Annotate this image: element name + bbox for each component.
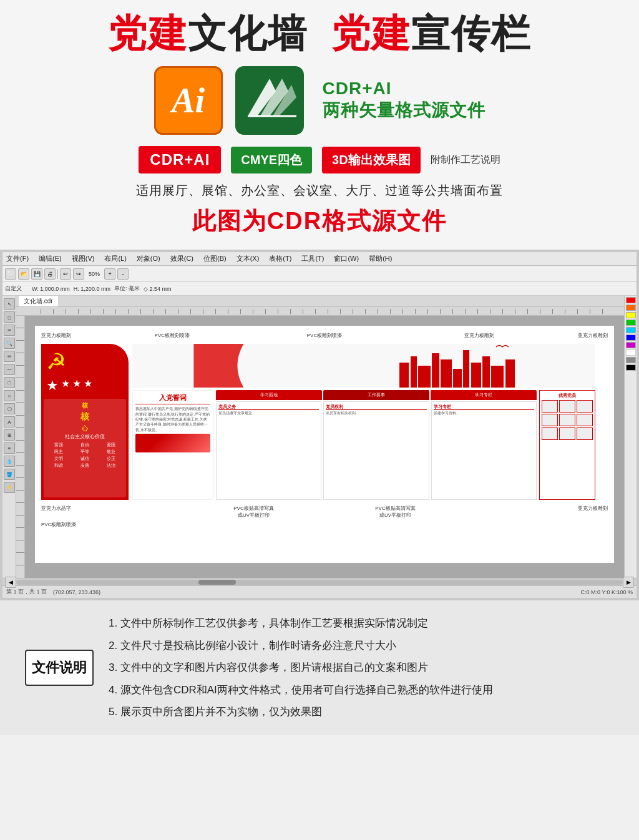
tool-polygon[interactable]: ⬡ (4, 403, 15, 414)
tool-text[interactable]: A (4, 416, 15, 427)
badges-row: CDR+AI CMYE四色 3D输出效果图 附制作工艺说明 (37, 146, 602, 173)
tool-zoom-out[interactable]: - (117, 268, 129, 280)
editor-toolbar1: ⬜ 📂 💾 🖨 ↩ ↪ 50% + - (2, 266, 637, 282)
canvas-with-ruler: 亚克力板雕刻 PVC板雕刻喷漆 PVC板雕刻喷漆 亚克力板雕刻 (16, 316, 624, 578)
mini-tabs: 学习园地 工作要事 学习专栏 (216, 390, 537, 400)
tool-table[interactable]: ⊞ (4, 429, 15, 441)
tool-crop[interactable]: ✂ (4, 325, 15, 336)
menu-edit[interactable]: 编辑(E) (39, 254, 62, 263)
menu-effects[interactable]: 效果(C) (170, 254, 193, 263)
photo-grid-title: 优秀党员 (542, 393, 593, 399)
menu-bitmap[interactable]: 位图(B) (203, 254, 227, 263)
tool-fill[interactable]: 🪣 (4, 469, 15, 480)
tool-zoom-in[interactable]: + (104, 268, 115, 280)
file-desc-label: 文件说明 (25, 650, 94, 686)
scroll-thumb[interactable] (198, 580, 236, 585)
design-labels-top: 亚克力板雕刻 PVC板雕刻喷漆 PVC板雕刻喷漆 亚克力板雕刻 (41, 332, 608, 339)
bottom-label-2: PVC板贴高清写真或UV平板打印 (183, 505, 324, 519)
tool-print[interactable]: 🖨 (44, 268, 56, 280)
top-section: 党建文化墙 党建宣传栏 Ai CDR+AI 两种矢量格式源文件 CDR+AI C… (0, 0, 639, 250)
tool-ellipse[interactable]: ○ (4, 390, 15, 401)
swatch-yellow[interactable] (626, 312, 636, 318)
scroll-left[interactable]: ◀ (5, 577, 16, 588)
editor-left-tools: ↖ ◻ ✂ 🔍 ✏ 〰 □ ○ ⬡ A ⊞ ≡ 💧 🪣 ⚡ (2, 296, 16, 578)
tab-study[interactable]: 学习园地 (216, 390, 322, 400)
tool-interactive[interactable]: ⚡ (4, 482, 15, 493)
desc-item-1: 1. 文件中所标制作工艺仅供参考，具体制作工艺要根据实际情况制定 (109, 615, 614, 632)
swatch-gray[interactable] (626, 357, 636, 363)
menu-view[interactable]: 视图(V) (72, 254, 95, 263)
ai-icon-label: Ai (172, 81, 205, 120)
scrollbar-horizontal[interactable]: ◀ ▶ (2, 578, 637, 585)
swatch-white[interactable] (626, 349, 636, 356)
tool-redo[interactable]: ↪ (73, 268, 84, 280)
canvas-tab-active[interactable]: 文化墙.cdr (19, 296, 58, 306)
format-line2: 两种矢量格式源文件 (323, 99, 485, 122)
tab-name: 文化墙.cdr (24, 297, 53, 306)
badge-3d: 3D输出效果图 (322, 147, 421, 173)
bottom-label-3: PVC板贴高清写真或UV平板打印 (324, 505, 466, 519)
tool-shape[interactable]: ◻ (4, 311, 15, 323)
design-left-panel: ☭ ★ ★ ★ ★ 核 核心 (41, 344, 129, 500)
tool-new[interactable]: ⬜ (5, 268, 16, 280)
svg-rect-10 (453, 369, 462, 388)
editor-right-panel (624, 296, 637, 578)
star3: ★ (72, 378, 81, 394)
tool-rect[interactable]: □ (4, 377, 15, 388)
unit-label: 单位: 毫米 (114, 285, 140, 293)
desc-item-4: 4. 源文件包含CDR和AI两种文件格式，使用者可自行选择自己熟悉的软件进行使用 (109, 682, 614, 698)
hammer-sickle: ☭ (41, 344, 129, 375)
canvas-workspace[interactable]: 亚克力板雕刻 PVC板雕刻喷漆 PVC板雕刻喷漆 亚克力板雕刻 (25, 316, 624, 578)
photo-grid-card: 优秀党员 (539, 390, 595, 500)
tool-freehand[interactable]: ✏ (4, 351, 15, 362)
swatch-blue[interactable] (626, 335, 636, 341)
design-labels-bottom: 亚克力水晶字 PVC板贴高清写真或UV平板打印 PVC板贴高清写真或UV平板打印… (41, 505, 608, 519)
photo-9 (577, 427, 593, 440)
city-svg (334, 344, 589, 388)
menu-object[interactable]: 对象(O) (137, 254, 160, 263)
title-part1: 党建 (108, 12, 188, 55)
value-item-2: 自由 (72, 442, 98, 448)
tool-open[interactable]: 📂 (18, 268, 29, 280)
photo-5 (559, 414, 575, 426)
tool-undo[interactable]: ↩ (60, 268, 71, 280)
swatch-red[interactable] (626, 297, 636, 303)
scroll-track[interactable] (16, 580, 623, 585)
tool-save[interactable]: 💾 (31, 268, 42, 280)
star2: ★ (61, 378, 70, 394)
swatch-black[interactable] (626, 364, 636, 371)
editor-toolbar2: 自定义 W: 1,000.0 mm H: 1,200.0 mm 单位: 毫米 ◇… (2, 282, 637, 296)
label-pvc1: PVC板雕刻喷漆 (155, 332, 268, 339)
swatch-magenta[interactable] (626, 342, 636, 348)
tab-column[interactable]: 学习专栏 (431, 390, 537, 400)
menu-text[interactable]: 文本(X) (237, 254, 260, 263)
menu-tools[interactable]: 工具(T) (301, 254, 324, 263)
label-pvc2: PVC板雕刻喷漆 (268, 332, 381, 339)
menu-window[interactable]: 窗口(W) (334, 254, 359, 263)
values-box: 核 核心 社会主义核心价值 富强 自由 爱国 民主 平等 (44, 399, 126, 497)
cdr-notice: 此图为CDR格式源文件 (37, 205, 602, 237)
badge-cdr-ai: CDR+AI (139, 146, 221, 173)
tab-work[interactable]: 工作要事 (323, 390, 429, 400)
card3-title: 学习专栏 (434, 404, 534, 410)
desc-item-3: 3. 文件中的文字和图片内容仅供参考，图片请根据自己的文案和图片 (109, 660, 614, 676)
menu-file[interactable]: 文件(F) (6, 254, 29, 263)
card2-text: 党员享有相关权利... (326, 411, 426, 416)
tool-eyedrop[interactable]: 💧 (4, 456, 15, 467)
tool-parallel[interactable]: ≡ (4, 442, 15, 454)
card1-title: 党员义务 (218, 404, 319, 410)
tool-zoom-tool[interactable]: 🔍 (4, 338, 15, 349)
menu-table[interactable]: 表格(T) (269, 254, 291, 263)
photo-3 (577, 400, 593, 413)
tool-smart-draw[interactable]: 〰 (4, 364, 15, 375)
scroll-right[interactable]: ▶ (623, 577, 634, 588)
joining-img (135, 434, 210, 452)
swatch-orange[interactable] (626, 305, 636, 311)
page-info: 第 1 页，共 1 页 (6, 588, 47, 596)
tool-select[interactable]: ↖ (4, 298, 15, 310)
title-middle1: 文化墙 (188, 12, 308, 55)
swatch-cyan[interactable] (626, 327, 636, 333)
menu-layout[interactable]: 布局(L) (104, 254, 126, 263)
menu-help[interactable]: 帮助(H) (369, 254, 392, 263)
swatch-green[interactable] (626, 320, 636, 326)
